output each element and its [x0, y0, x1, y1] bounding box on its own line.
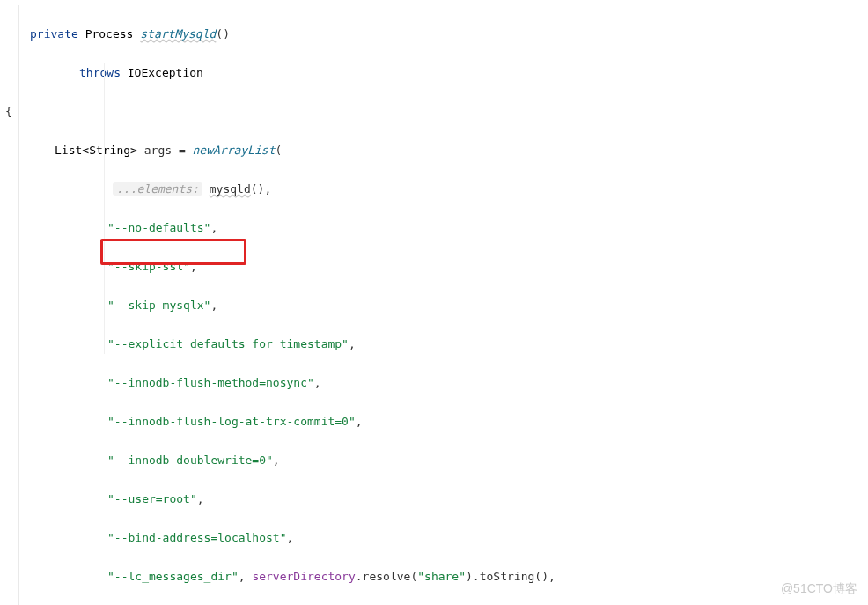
code-line: private Process startMysqld() [30, 25, 868, 44]
code-line: ...elements: mysqld(), [30, 180, 868, 199]
paren: () [216, 27, 230, 41]
fold-gutter [18, 5, 19, 605]
keyword-throws: throws [79, 66, 121, 79]
param-hint: ...elements: [113, 182, 202, 196]
paren-open: ( [275, 144, 282, 157]
code-line: throws IOException [30, 63, 868, 83]
code-line: "--skip-mysqlx", [30, 296, 868, 315]
string-literal: "--no-defaults" [107, 221, 210, 234]
code-line: "--innodb-flush-method=nosync", [30, 373, 868, 393]
string-literal: "--skip-ssl" [107, 260, 190, 273]
fn-newArrayList: newArrayList [193, 144, 276, 157]
code-line: "--explicit_defaults_for_timestamp", [30, 335, 868, 354]
string-literal: "--innodb-doublewrite=0" [107, 454, 273, 467]
var-args: args [144, 144, 172, 157]
code-line: "--innodb-flush-log-at-trx-commit=0", [30, 412, 868, 432]
string-literal: "--innodb-flush-log-at-trx-commit=0" [107, 415, 356, 428]
code-line: "--lc_messages_dir", serverDirectory.res… [30, 567, 868, 587]
method-name: startMysqld [140, 27, 216, 41]
code-line: "--user=root", [30, 490, 868, 509]
type-list: List<String> [55, 144, 137, 157]
indent-guide-1 [48, 44, 48, 588]
field-serverDirectory: serverDirectory [252, 570, 355, 583]
string-literal-highlighted: "--user=root" [107, 492, 197, 505]
code-line: List<String> args = newArrayList( [30, 141, 868, 160]
string-literal: "--bind-address=localhost" [107, 531, 287, 544]
fn-toString: toString [480, 570, 535, 583]
type-process: Process [85, 27, 134, 41]
fn-mysqld: mysqld [210, 182, 251, 196]
watermark-text: @51CTO博客 [781, 579, 857, 598]
code-line: "--no-defaults", [30, 218, 868, 238]
code-line: "--innodb-doublewrite=0", [30, 451, 868, 470]
code-line: "--bind-address=localhost", [30, 528, 868, 548]
code-editor[interactable]: private Process startMysqld() throws IOE… [0, 0, 868, 605]
string-literal: "--innodb-flush-method=nosync" [107, 376, 314, 389]
op-eq: = [179, 144, 186, 157]
fn-resolve: resolve [363, 570, 411, 583]
string-literal: "--lc_messages_dir" [107, 570, 239, 583]
indent-guide-2 [104, 63, 105, 354]
code-line: { [30, 102, 868, 122]
keyword-private: private [30, 27, 78, 41]
code-line: "--skip-ssl", [30, 257, 868, 277]
type-ioexception: IOException [128, 66, 203, 79]
string-literal: "--skip-mysqlx" [107, 299, 210, 312]
string-literal: "--explicit_defaults_for_timestamp" [107, 337, 349, 350]
brace-open: { [5, 105, 12, 118]
